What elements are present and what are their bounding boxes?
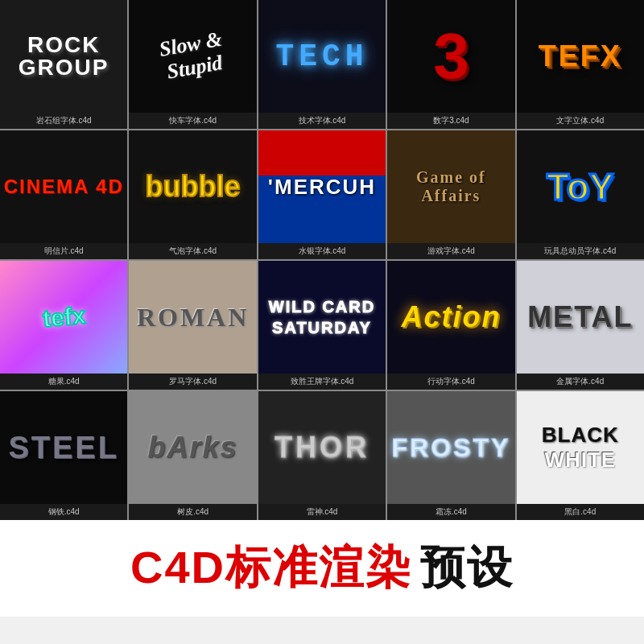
cell-preview: ToY [517, 130, 644, 243]
cell-preview: bubble [129, 130, 256, 243]
cell-label: 水银字体.c4d [258, 243, 386, 259]
cell-steel[interactable]: STEEL 钢铁.c4d [0, 391, 127, 520]
cell-bubble[interactable]: bubble 气泡字体.c4d [129, 130, 256, 259]
cell-label: 罗马字体.c4d [129, 374, 256, 390]
cell-label: 钢铁.c4d [0, 504, 127, 520]
cell-label: 岩石组字体.c4d [0, 113, 127, 129]
cell-preview: TECH [258, 0, 386, 113]
cell-preview: bArks [129, 391, 256, 504]
cell-label: 游戏字体.c4d [387, 243, 514, 259]
cell-frosty[interactable]: FROSTY 霜冻.c4d [387, 391, 514, 520]
bottom-banner: C4D标准渲染 预设 [0, 520, 644, 617]
cell-label: 文字立体.c4d [517, 113, 644, 129]
cell-wildcard[interactable]: WILD CARDSATURDAY 致胜王牌字体.c4d [258, 261, 386, 390]
cell-preview: Action [387, 261, 514, 374]
cell-slow-stupid[interactable]: Slow &Stupid 快车字体.c4d [129, 0, 256, 129]
cell-label: 黑白.c4d [517, 504, 644, 520]
cell-roman[interactable]: ROMAN 罗马字体.c4d [129, 261, 256, 390]
cell-preview: WILD CARDSATURDAY [258, 261, 386, 374]
cell-preview: tefx [0, 261, 127, 374]
cell-thor[interactable]: THOR 雷神.c4d [258, 391, 386, 520]
cell-number3[interactable]: 3 数字3.c4d [387, 0, 514, 129]
cell-preview: Slow &Stupid [129, 0, 256, 113]
cell-preview: ROMAN [129, 261, 256, 374]
cell-preview: Game of Affairs [387, 130, 514, 243]
cell-preview: ROCKGROUP [0, 0, 127, 113]
cell-label: 玩具总动员字体.c4d [517, 243, 644, 259]
cell-bark[interactable]: bArks 树皮.c4d [129, 391, 256, 520]
thumbnail-grid: ROCKGROUP 岩石组字体.c4d Slow &Stupid 快车字体.c4… [0, 0, 644, 520]
cell-label: 数字3.c4d [387, 113, 514, 129]
cell-preview: METAL [517, 261, 644, 374]
cell-tefx[interactable]: TEFX 文字立体.c4d [517, 0, 644, 129]
cell-mercur[interactable]: 'MERCUH 水银字体.c4d [258, 130, 386, 259]
cell-label: 雷神.c4d [258, 504, 386, 520]
cell-preview: STEEL [0, 391, 127, 504]
cell-label: 气泡字体.c4d [129, 243, 256, 259]
cell-preview: BLACK WHITE [517, 391, 644, 504]
banner-black-text: 预设 [420, 538, 514, 599]
cell-metal[interactable]: METAL 金属字体.c4d [517, 261, 644, 390]
cell-preview: THOR [258, 391, 386, 504]
cell-preview: CINEMA 4D [0, 130, 127, 243]
cell-label: 致胜王牌字体.c4d [258, 374, 386, 390]
cell-preview: 'MERCUH [258, 130, 386, 243]
cell-game[interactable]: Game of Affairs 游戏字体.c4d [387, 130, 514, 259]
cell-preview: TEFX [517, 0, 644, 113]
cell-candy[interactable]: tefx 糖果.c4d [0, 261, 127, 390]
cell-blackwhite[interactable]: BLACK WHITE 黑白.c4d [517, 391, 644, 520]
cell-tech[interactable]: TECH 技术字体.c4d [258, 0, 386, 129]
cell-label: 明信片.c4d [0, 243, 127, 259]
cell-label: 树皮.c4d [129, 504, 256, 520]
banner-red-text: C4D标准渲染 [130, 538, 412, 599]
cell-action[interactable]: Action 行动字体.c4d [387, 261, 514, 390]
cell-rock-group[interactable]: ROCKGROUP 岩石组字体.c4d [0, 0, 127, 129]
cell-label: 金属字体.c4d [517, 374, 644, 390]
cell-preview: 3 [387, 0, 514, 113]
cell-cinema4d[interactable]: CINEMA 4D 明信片.c4d [0, 130, 127, 259]
cell-label: 行动字体.c4d [387, 374, 514, 390]
cell-label: 技术字体.c4d [258, 113, 386, 129]
cell-label: 霜冻.c4d [387, 504, 514, 520]
cell-label: 快车字体.c4d [129, 113, 256, 129]
cell-toy[interactable]: ToY 玩具总动员字体.c4d [517, 130, 644, 259]
cell-preview: FROSTY [387, 391, 514, 504]
cell-label: 糖果.c4d [0, 374, 127, 390]
